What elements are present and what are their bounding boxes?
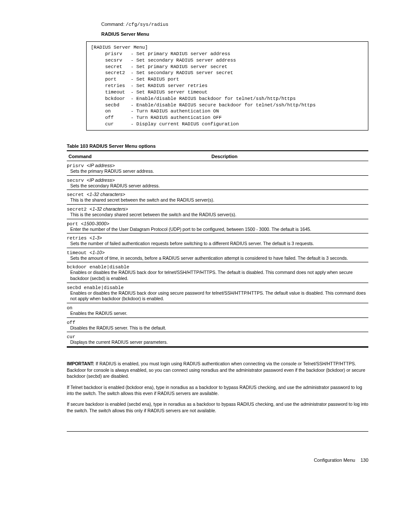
- command-literal: secbd enable|disable: [67, 285, 124, 290]
- command-description: Sets the amount of time, in seconds, bef…: [67, 255, 367, 261]
- command-literal: >: [106, 221, 109, 227]
- command-literal: >: [112, 163, 115, 168]
- command-literal: secret <: [67, 192, 90, 197]
- command-literal: prisrv <: [67, 163, 90, 168]
- table-title: Table 103 RADIUS Server Menu options: [67, 143, 368, 149]
- note2-text: If Telnet backdoor is enabled (bckdoor e…: [67, 384, 368, 397]
- command-label: Command:: [101, 22, 125, 27]
- table-row: offDisables the RADIUS server. This is t…: [67, 317, 368, 332]
- row-cell: secsrv <IP address>Sets the secondary RA…: [67, 175, 368, 190]
- command-description: Enables or disables the RADIUS back door…: [67, 290, 367, 302]
- footer-text: Configuration Menu: [314, 457, 355, 463]
- table-row: timeout <1-10>Sets the amount of time, i…: [67, 248, 368, 262]
- command-arg: 1-32 characters: [92, 206, 125, 212]
- command-syntax: secbd enable|disable: [67, 285, 367, 290]
- table-row: prisrv <IP address>Sets the primary RADI…: [67, 161, 368, 175]
- menu-box: [RADIUS Server Menu] prisrv - Set primar…: [86, 41, 368, 131]
- table-row: curDisplays the current RADIUS server pa…: [67, 332, 368, 347]
- row-cell: secret <1-32 characters>This is the shar…: [67, 190, 368, 205]
- command-syntax: bckdoor enable|disable: [67, 264, 367, 270]
- command-arg: IP address: [90, 177, 112, 183]
- row-cell: secbd enable|disableEnables or disables …: [67, 283, 368, 303]
- command-syntax: secsrv <IP address>: [67, 177, 367, 183]
- command-literal: >: [102, 250, 105, 255]
- col-description: Description: [210, 151, 368, 161]
- command-literal: secret2 <: [67, 207, 92, 212]
- row-cell: retries <1-3>Sets the number of failed a…: [67, 233, 368, 248]
- command-syntax: secret <1-32 characters>: [67, 192, 367, 197]
- command-description: This is the shared secret between the sw…: [67, 197, 367, 203]
- command-literal: port <: [67, 221, 84, 227]
- row-cell: onEnables the RADIUS server.: [67, 303, 368, 318]
- table-row: bckdoor enable|disableEnables or disable…: [67, 262, 368, 283]
- command-literal: secsrv <: [67, 178, 90, 183]
- row-cell: timeout <1-10>Sets the amount of time, i…: [67, 248, 368, 262]
- command-table: Command Description prisrv <IP address>S…: [67, 150, 368, 347]
- command-description: Sets the number of failed authentication…: [67, 241, 367, 247]
- command-literal: bckdoor enable|disable: [67, 264, 129, 270]
- command-description: Displays the current RADIUS server param…: [67, 339, 367, 345]
- note3-text: If secure backdoor is enabled (secbd ena…: [67, 401, 368, 414]
- command-literal: on: [67, 305, 72, 311]
- row-cell: curDisplays the current RADIUS server pa…: [67, 332, 368, 347]
- command-syntax: on: [67, 305, 367, 311]
- command-syntax: cur: [67, 334, 367, 339]
- table-row: secret <1-32 characters>This is the shar…: [67, 190, 368, 205]
- row-cell: offDisables the RADIUS server. This is t…: [67, 317, 368, 332]
- command-description: Enables the RADIUS server.: [67, 311, 367, 317]
- command-literal: >: [99, 236, 102, 241]
- command-syntax: timeout <1-10>: [67, 250, 367, 255]
- col-command: Command: [67, 151, 210, 161]
- note-important: IMPORTANT: If RADIUS is enabled, you mus…: [67, 361, 368, 380]
- command-syntax: off: [67, 320, 367, 325]
- command-arg: IP address: [90, 163, 112, 168]
- row-cell: prisrv <IP address>Sets the primary RADI…: [67, 161, 368, 175]
- command-literal: off: [67, 320, 75, 325]
- command-description: Sets the primary RADIUS server address.: [67, 168, 367, 174]
- table-row: secsrv <IP address>Sets the secondary RA…: [67, 175, 368, 190]
- footer-page: 130: [361, 457, 368, 463]
- table-row: secret2 <1-32 characters>This is the sec…: [67, 204, 368, 219]
- menu-title: RADIUS Server Menu: [101, 31, 368, 37]
- command-description: This is the secondary shared secret betw…: [67, 212, 367, 218]
- command-literal: >: [125, 207, 128, 212]
- command-literal: cur: [67, 334, 75, 339]
- table-row: retries <1-3>Sets the number of failed a…: [67, 233, 368, 248]
- command-arg: 1-3: [92, 235, 99, 240]
- command-description: Enables or disables the RADIUS back door…: [67, 270, 367, 281]
- command-description: Enter the number of the User Datagram Pr…: [67, 227, 367, 233]
- command-syntax: prisrv <IP address>: [67, 163, 367, 168]
- command-literal: >: [122, 192, 125, 197]
- table-row: onEnables the RADIUS server.: [67, 303, 368, 318]
- command-syntax: port <1500-3000>: [67, 221, 367, 227]
- note1-text: If RADIUS is enabled, you must login usi…: [67, 361, 365, 379]
- command-arg: 1500-3000: [84, 221, 107, 226]
- command-literal: >: [112, 178, 115, 183]
- command-literal: retries <: [67, 236, 92, 241]
- row-cell: secret2 <1-32 characters>This is the sec…: [67, 204, 368, 219]
- command-path: /cfg/sys/radius: [126, 22, 168, 27]
- important-label: IMPORTANT:: [67, 361, 94, 366]
- command-syntax: secret2 <1-32 characters>: [67, 206, 367, 212]
- command-literal: timeout <: [67, 250, 92, 255]
- command-description: Disables the RADIUS server. This is the …: [67, 325, 367, 331]
- table-row: secbd enable|disableEnables or disables …: [67, 283, 368, 303]
- command-arg: 1-32 characters: [90, 192, 122, 197]
- command-description: Sets the secondary RADIUS server address…: [67, 183, 367, 189]
- command-syntax: retries <1-3>: [67, 235, 367, 241]
- row-cell: bckdoor enable|disableEnables or disable…: [67, 262, 368, 283]
- table-row: port <1500-3000>Enter the number of the …: [67, 219, 368, 233]
- row-cell: port <1500-3000>Enter the number of the …: [67, 219, 368, 233]
- command-arg: 1-10: [92, 250, 102, 255]
